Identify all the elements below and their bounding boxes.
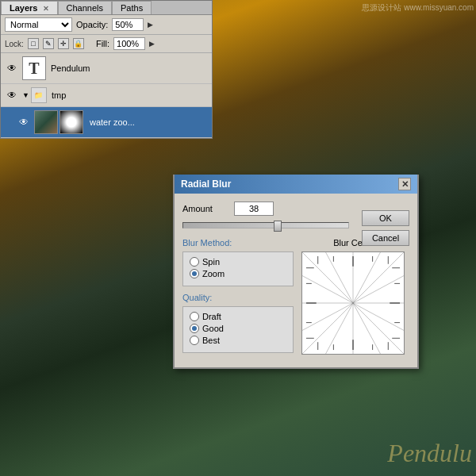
panel-tabs: Layers ✕ Channels Paths — [1, 1, 212, 15]
dialog-body: Amount OK Cancel Blur Method: — [175, 194, 417, 367]
blur-method-label: Blur Method: — [182, 238, 294, 248]
layer-thumb-water — [34, 110, 58, 134]
layer-thumb-pendulum: T — [22, 56, 46, 80]
lock-pixels-btn[interactable]: ✎ — [43, 38, 54, 49]
svg-line-6 — [326, 252, 353, 303]
radio-row-zoom[interactable]: Zoom — [190, 269, 286, 278]
layer-row-pendulum[interactable]: 👁 T Pendulum — [1, 53, 212, 84]
svg-line-9 — [302, 303, 353, 330]
lock-label: Lock: — [5, 40, 24, 48]
dialog-close-button[interactable]: ✕ — [398, 178, 411, 190]
blur-center-canvas[interactable] — [301, 251, 405, 355]
blend-mode-select[interactable]: Normal — [5, 17, 72, 32]
svg-line-10 — [353, 276, 404, 303]
dialog-right: Blur Center — [301, 238, 409, 359]
radio-spin[interactable] — [190, 257, 199, 267]
radio-good-label: Good — [202, 324, 224, 333]
fill-input[interactable] — [113, 37, 145, 50]
layer-name-tmp: tmp — [52, 90, 208, 100]
radio-zoom[interactable] — [190, 269, 199, 278]
dialog-title: Radial Blur — [181, 178, 231, 190]
fill-arrow[interactable]: ▶ — [149, 40, 155, 48]
radio-good[interactable] — [190, 324, 199, 333]
svg-line-3 — [353, 252, 404, 303]
layer-text-icon: T — [29, 60, 39, 78]
blur-method-group: Spin Zoom — [182, 251, 294, 286]
layers-panel: Layers ✕ Channels Paths Normal Opacity: … — [0, 0, 213, 139]
amount-input[interactable] — [234, 202, 274, 216]
layer-name-water: water zoo... — [90, 117, 208, 127]
pendulum-watermark: Pendulu — [387, 439, 476, 468]
layer-row-tmp[interactable]: 👁 ▼ 📁 tmp — [1, 84, 212, 107]
panel-toolbar-lock: Lock: □ ✎ ✛ 🔒 Fill: ▶ — [1, 35, 212, 53]
tab-layers[interactable]: Layers ✕ — [1, 1, 58, 14]
quality-label: Quality: — [182, 293, 294, 302]
fill-label: Fill: — [96, 39, 109, 48]
lock-transparent-btn[interactable]: □ — [28, 38, 39, 49]
tab-layers-close[interactable]: ✕ — [43, 5, 49, 13]
lock-all-btn[interactable]: 🔒 — [73, 38, 84, 49]
ok-button[interactable]: OK — [362, 210, 409, 226]
svg-line-7 — [353, 252, 380, 303]
radio-spin-label: Spin — [202, 257, 220, 267]
dialog-titlebar: Radial Blur ✕ — [175, 175, 417, 194]
layer-row-water[interactable]: 👁 water zoo... — [1, 107, 212, 138]
svg-line-4 — [302, 303, 353, 354]
watermark: 思源设计站 www.missyuan.com — [359, 0, 476, 16]
radio-row-draft[interactable]: Draft — [190, 312, 286, 321]
layer-mask-water — [60, 110, 83, 134]
cancel-button[interactable]: Cancel — [362, 230, 409, 246]
amount-row: Amount OK Cancel — [182, 202, 409, 216]
radio-zoom-label: Zoom — [202, 269, 225, 278]
quality-group: Draft Good Best — [182, 306, 294, 353]
blur-center-svg — [302, 252, 404, 354]
panel-toolbar-blend: Normal Opacity: ▶ — [1, 15, 212, 35]
radial-blur-dialog: Radial Blur ✕ Amount OK Cancel Blur Meth — [173, 175, 419, 369]
amount-slider[interactable] — [182, 222, 349, 228]
amount-slider-thumb[interactable] — [274, 221, 282, 232]
dialog-columns: Blur Method: Spin Zoom Quality: — [182, 238, 409, 359]
opacity-arrow[interactable]: ▶ — [148, 21, 153, 29]
layer-visibility-tmp[interactable]: 👁 — [5, 88, 19, 102]
dialog-buttons: OK Cancel — [362, 210, 409, 246]
radio-best[interactable] — [190, 336, 199, 345]
layer-group-icon-tmp: 📁 — [31, 87, 47, 103]
svg-line-13 — [353, 303, 380, 354]
svg-line-8 — [302, 276, 353, 303]
svg-line-5 — [353, 303, 404, 354]
svg-line-2 — [302, 252, 353, 303]
layer-group-arrow-tmp[interactable]: ▼ — [22, 91, 29, 99]
tab-channels[interactable]: Channels — [58, 1, 112, 14]
radio-best-label: Best — [202, 336, 220, 345]
radio-draft[interactable] — [190, 312, 199, 321]
radio-row-good[interactable]: Good — [190, 324, 286, 333]
amount-label: Amount — [182, 204, 234, 213]
radio-draft-label: Draft — [202, 312, 221, 321]
layer-visibility-pendulum[interactable]: 👁 — [5, 61, 19, 75]
opacity-label: Opacity: — [76, 20, 108, 29]
tab-paths[interactable]: Paths — [112, 1, 152, 14]
layers-list: 👁 T Pendulum 👁 ▼ 📁 tmp 👁 water zoo... — [1, 53, 212, 138]
lock-position-btn[interactable]: ✛ — [58, 38, 69, 49]
radio-row-best[interactable]: Best — [190, 336, 286, 345]
svg-line-12 — [326, 303, 353, 354]
layer-name-pendulum: Pendulum — [51, 63, 208, 73]
svg-line-11 — [353, 303, 404, 330]
layer-visibility-water[interactable]: 👁 — [17, 115, 31, 129]
radio-row-spin[interactable]: Spin — [190, 257, 286, 267]
dialog-left: Blur Method: Spin Zoom Quality: — [182, 238, 294, 359]
opacity-input[interactable] — [112, 18, 144, 31]
